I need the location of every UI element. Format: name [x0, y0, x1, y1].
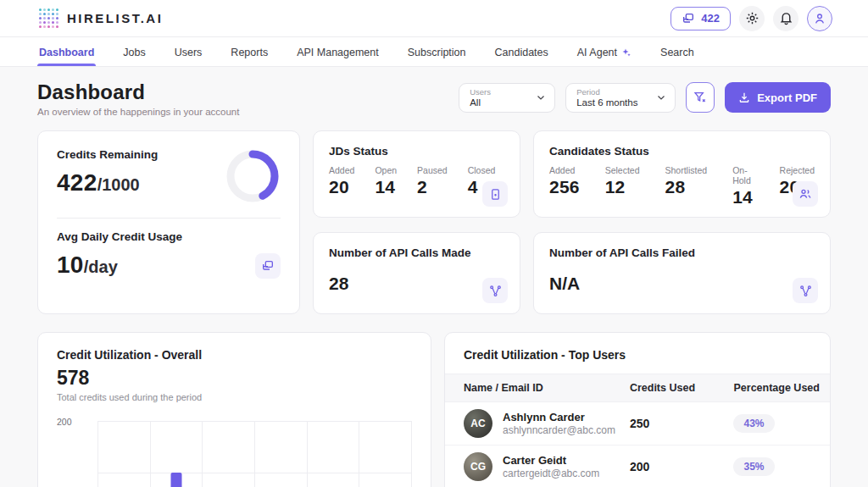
- notifications-button[interactable]: [773, 6, 798, 31]
- clear-filters-button[interactable]: [686, 82, 715, 113]
- tab-search[interactable]: Search: [660, 37, 694, 66]
- y-axis-tick-200: 200: [57, 417, 97, 487]
- period-filter-value: Last 6 months: [576, 97, 641, 108]
- chart-column: [97, 422, 151, 487]
- credits-badge-button[interactable]: 422: [670, 7, 731, 30]
- stat-label: Closed: [468, 165, 496, 175]
- user-icon: [813, 12, 826, 25]
- table-row[interactable]: AC Ashlynn Carder ashlynncarder@abc.com …: [445, 402, 830, 445]
- user-email: cartergeidt@abc.com: [503, 468, 599, 479]
- stat-value: 20: [329, 177, 354, 197]
- brand-name: HIRELIST.AI: [67, 11, 163, 25]
- stat-label: Open: [375, 165, 397, 175]
- api-network-icon: [793, 278, 818, 303]
- api-calls-made-card: Number of API Calls Made 28: [313, 232, 520, 314]
- credits-remaining-value: 422: [57, 169, 97, 196]
- stat-value: 14: [732, 187, 754, 208]
- credits-card: Credits Remaining 422/1000 Avg Daily Cre…: [37, 130, 300, 314]
- export-pdf-button[interactable]: Export PDF: [725, 82, 831, 113]
- stat-label: Paused: [417, 165, 448, 175]
- top-users-table: Name / Email ID Credits Used Percentage …: [445, 374, 830, 487]
- export-pdf-label: Export PDF: [757, 91, 817, 104]
- header-actions: 422: [670, 6, 832, 31]
- user-email: ashlynncarder@abc.com: [503, 424, 615, 436]
- avg-daily-unit: /day: [84, 257, 118, 276]
- stat-value: 2: [417, 177, 448, 197]
- avg-daily-title: Avg Daily Credit Usage: [57, 230, 281, 243]
- stat-value: 14: [375, 177, 397, 197]
- coins-icon: [682, 12, 695, 25]
- tab-dashboard[interactable]: Dashboard: [39, 37, 94, 66]
- avatar: AC: [464, 409, 492, 438]
- chart-column: [308, 422, 360, 487]
- credit-utilization-top-users-card: Credit Utilization - Top Users Name / Em…: [444, 332, 831, 487]
- credit-utilization-bar-chart: 200: [57, 421, 412, 487]
- col-name-email: Name / Email ID: [445, 374, 630, 402]
- candidates-status-title: Candidates Status: [549, 145, 815, 158]
- main-nav: Dashboard Jobs Users Reports API Managem…: [0, 37, 868, 67]
- chevron-down-icon: [536, 92, 546, 102]
- top-bar: HIRELIST.AI 422: [0, 0, 868, 37]
- notification-dot: [789, 10, 793, 14]
- table-header-row: Name / Email ID Credits Used Percentage …: [445, 374, 830, 402]
- table-row[interactable]: CG Carter Geidt cartergeidt@abc.com 200 …: [445, 445, 830, 487]
- filter-bar: Users All Period Last 6 months: [459, 82, 831, 113]
- tab-api-management[interactable]: API Management: [297, 37, 379, 66]
- divider: [57, 218, 281, 219]
- stat-label: Added: [329, 165, 354, 175]
- credit-utilization-overall-title: Credit Utilization - Overall: [57, 348, 412, 362]
- chevron-down-icon: [656, 92, 666, 102]
- credits-badge-value: 422: [701, 12, 720, 25]
- tab-reports[interactable]: Reports: [231, 37, 268, 66]
- credits-remaining-title: Credits Remaining: [57, 148, 158, 161]
- credits-used-value: 250: [630, 417, 649, 430]
- stat-label: Rejected: [780, 165, 815, 175]
- brand-logo[interactable]: HIRELIST.AI: [39, 8, 163, 29]
- chart-plot-area: [97, 421, 412, 487]
- credit-utilization-overall-card: Credit Utilization - Overall 578 Total c…: [37, 332, 431, 487]
- chart-column: [203, 422, 255, 487]
- top-users-title: Credit Utilization - Top Users: [445, 333, 830, 374]
- api-calls-made-value: 28: [329, 274, 504, 294]
- users-filter-label: Users: [470, 87, 520, 97]
- tab-ai-agent[interactable]: AI Agent: [577, 37, 632, 66]
- user-name: Ashlynn Carder: [503, 411, 615, 423]
- credit-utilization-overall-subtitle: Total credits used during the period: [57, 392, 412, 402]
- sparkles-icon: [621, 47, 632, 58]
- avatar: CG: [464, 452, 492, 481]
- dashboard-content: Dashboard An overview of the happenings …: [0, 67, 868, 487]
- tab-jobs[interactable]: Jobs: [123, 37, 145, 66]
- credits-donut-chart: [225, 148, 281, 204]
- stat-label: Shortlisted: [665, 165, 708, 175]
- user-name: Carter Geidt: [503, 454, 599, 467]
- tab-users[interactable]: Users: [175, 37, 203, 66]
- stat-label: Selected: [605, 165, 640, 175]
- users-filter-value: All: [470, 97, 520, 108]
- settings-button[interactable]: [739, 6, 765, 31]
- credit-utilization-overall-value: 578: [57, 367, 412, 390]
- page-subtitle: An overview of the happenings in your ac…: [37, 107, 239, 117]
- filter-x-icon: [693, 91, 707, 104]
- job-file-icon: [482, 181, 508, 207]
- api-calls-failed-title: Number of API Calls Failed: [549, 246, 815, 259]
- tab-candidates[interactable]: Candidates: [495, 37, 548, 66]
- profile-button[interactable]: [807, 6, 832, 31]
- stat-value: 28: [665, 177, 708, 197]
- gear-icon: [745, 11, 760, 25]
- percentage-used-badge: 43%: [733, 414, 774, 433]
- stat-label: Added: [549, 165, 580, 175]
- page-title: Dashboard: [37, 80, 239, 104]
- credits-remaining-total: /1000: [97, 175, 140, 194]
- api-calls-failed-card: Number of API Calls Failed N/A: [533, 232, 831, 314]
- candidates-status-card: Candidates Status Added256 Selected12 Sh…: [533, 130, 831, 218]
- percentage-used-badge: 35%: [733, 457, 774, 476]
- jds-status-card: JDs Status Added20 Open14 Paused2 Closed…: [313, 130, 520, 218]
- users-filter-select[interactable]: Users All: [459, 83, 555, 113]
- tab-subscription[interactable]: Subscription: [408, 37, 466, 66]
- coins-icon: [255, 253, 281, 279]
- credits-used-value: 200: [630, 460, 649, 473]
- period-filter-select[interactable]: Period Last 6 months: [565, 83, 676, 113]
- col-credits-used: Credits Used: [630, 374, 734, 402]
- page-title-block: Dashboard An overview of the happenings …: [37, 80, 239, 117]
- stat-value: 12: [605, 177, 640, 197]
